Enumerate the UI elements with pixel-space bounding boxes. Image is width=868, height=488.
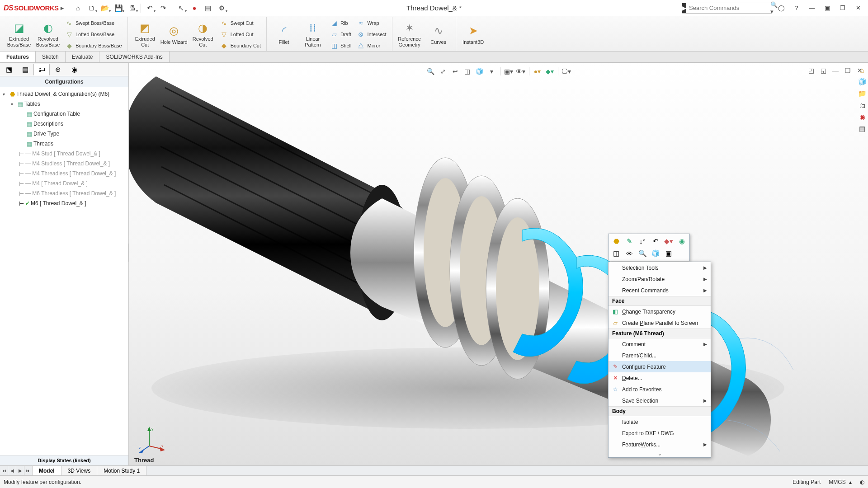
curves-button[interactable]: ∿Curves	[424, 23, 453, 46]
fm-tab-feature-tree[interactable]: ⬔	[1, 64, 17, 75]
menu-isolate[interactable]: Isolate	[609, 416, 711, 427]
bottom-tab-model[interactable]: Model	[33, 466, 61, 475]
lofted-boss-button[interactable]: ▽Lofted Boss/Base	[62, 29, 125, 40]
bottom-tab-3d-views[interactable]: 3D Views	[61, 466, 97, 475]
rebuild-icon[interactable]: ●	[188, 3, 201, 14]
menu-add-favorites[interactable]: ☆Add to Favorites	[609, 384, 711, 395]
revolved-cut-button[interactable]: ◑Revolved Cut	[189, 19, 217, 48]
menu-save-selection[interactable]: Save Selection▶	[609, 395, 711, 406]
tab-addins[interactable]: SOLIDWORKS Add-Ins	[99, 52, 169, 62]
revolved-boss-button[interactable]: ◐Revolved Boss/Base	[33, 19, 62, 48]
tree-descriptions[interactable]: ▦Descriptions	[0, 119, 128, 129]
status-units[interactable]: MMGS ▴	[829, 479, 852, 485]
tree-cfg-m6-threadless[interactable]: ⊢— M6 Threadless [ Thread Dowel_& ]	[0, 188, 128, 198]
extruded-boss-button[interactable]: ◪Extruded Boss/Base	[5, 19, 33, 48]
shell-button[interactable]: ◫Shell	[327, 40, 354, 51]
bottom-tab-motion-study[interactable]: Motion Study 1	[97, 466, 146, 475]
draft-button[interactable]: ▱Draft	[327, 29, 354, 40]
ctx-zoom-selection-icon[interactable]: 🔍	[637, 248, 648, 259]
ctx-body-icon[interactable]: ▣	[663, 248, 675, 259]
hole-wizard-button[interactable]: ◎Hole Wizard	[160, 23, 189, 46]
taskpane-file-explorer-icon[interactable]: 🗂	[857, 100, 867, 111]
menu-create-plane[interactable]: ▱Create Plane Parallel to Screen	[609, 317, 711, 328]
mirror-button[interactable]: ⧋Mirror	[354, 40, 389, 51]
menu-featureworks[interactable]: FeatureWorks...▶	[609, 439, 711, 450]
print-icon[interactable]: 🖶	[126, 3, 138, 14]
tab-nav-last-icon[interactable]: ⏭	[24, 466, 33, 475]
menu-delete[interactable]: ✕Delete...	[609, 372, 711, 384]
ctx-material-icon[interactable]: ◉	[676, 236, 688, 247]
restore-icon[interactable]: ❐	[836, 3, 849, 14]
redo-icon[interactable]: ↷	[157, 3, 170, 14]
undo-icon[interactable]: ↶	[143, 3, 156, 14]
menu-change-transparency[interactable]: ◧Change Transparency	[609, 306, 711, 317]
intersect-button[interactable]: ⊗Intersect	[354, 29, 389, 40]
ctx-rollback-icon[interactable]: ↶	[650, 236, 661, 247]
tab-sketch[interactable]: Sketch	[36, 52, 66, 62]
ctx-edit-feature-icon[interactable]: ⬣	[610, 236, 622, 247]
tree-drive-type[interactable]: ▦Drive Type	[0, 129, 128, 139]
file-props-icon[interactable]: ▤	[202, 3, 214, 14]
ctx-normal-to-icon[interactable]: ◫	[610, 248, 622, 259]
ctx-edit-sketch-icon[interactable]: ✎	[623, 236, 635, 247]
options-icon[interactable]: ⚙	[215, 3, 228, 14]
fm-tab-property[interactable]: ▤	[17, 64, 33, 75]
linear-pattern-button[interactable]: ⁞⁞Linear Pattern	[298, 19, 327, 48]
menu-recent-commands[interactable]: Recent Commands▶	[609, 285, 711, 296]
tree-threads[interactable]: ▦Threads	[0, 139, 128, 149]
tree-tables[interactable]: ▾▦Tables	[0, 99, 128, 109]
search-input[interactable]	[686, 5, 768, 11]
extruded-cut-button[interactable]: ◩Extruded Cut	[131, 19, 160, 48]
select-icon[interactable]: ↖	[175, 3, 187, 14]
tab-nav-next-icon[interactable]: ▶	[16, 466, 24, 475]
menu-export-dxf[interactable]: Export to DXF / DWG	[609, 427, 711, 439]
close-icon[interactable]: ✕	[852, 3, 864, 14]
tree-cfg-m4-stud[interactable]: ⊢— M4 Stud [ Thread Dowel_& ]	[0, 149, 128, 159]
fm-tab-display[interactable]: ◉	[66, 64, 82, 75]
tree-cfg-m4[interactable]: ⊢— M4 [ Thread Dowel_& ]	[0, 178, 128, 188]
swept-cut-button[interactable]: ∿Swept Cut	[217, 18, 264, 28]
taskpane-appearances-icon[interactable]: ▤	[857, 123, 867, 134]
tab-nav-prev-icon[interactable]: ◀	[8, 466, 16, 475]
command-search[interactable]: ▶ 🔍▾	[682, 3, 772, 14]
ctx-suppress-icon[interactable]: ↓°	[637, 236, 648, 247]
taskpane-view-palette-icon[interactable]: ◉	[857, 112, 867, 122]
help-icon[interactable]: ?	[790, 3, 803, 14]
ctx-appearance-icon[interactable]: ◆▾	[663, 236, 675, 247]
menu-zoom-pan-rotate[interactable]: Zoom/Pan/Rotate▶	[609, 273, 711, 285]
ref-geometry-button[interactable]: ✶Reference Geometry	[395, 19, 424, 48]
tab-nav-first-icon[interactable]: ⏮	[0, 466, 8, 475]
taskpane-home-icon[interactable]: ⌂	[857, 65, 867, 75]
swept-boss-button[interactable]: ∿Swept Boss/Base	[62, 18, 125, 28]
ctx-hide-icon[interactable]: 👁	[623, 248, 635, 259]
fillet-button[interactable]: ◜Fillet	[269, 23, 298, 46]
boundary-boss-button[interactable]: ◆Boundary Boss/Base	[62, 40, 125, 51]
tab-features[interactable]: Features	[0, 52, 36, 62]
tree-root[interactable]: ▾⬣Thread Dowel_& Configuration(s) (M6)	[0, 89, 128, 99]
tree-cfg-m6-active[interactable]: ⊢✓M6 [ Thread Dowel_& ]	[0, 198, 128, 208]
tree-config-table[interactable]: ▦Configuration Table	[0, 109, 128, 119]
ctx-isolate-icon[interactable]: 🧊	[650, 248, 661, 259]
rib-button[interactable]: ◢Rib	[327, 18, 354, 28]
taskpane-resources-icon[interactable]: 🧊	[857, 76, 867, 87]
taskpane-design-library-icon[interactable]: 📁	[857, 88, 867, 99]
minimize-icon[interactable]: —	[806, 3, 818, 14]
home-icon[interactable]: ⌂	[71, 3, 84, 14]
tree-cfg-m4-studless[interactable]: ⊢— M4 Studless [ Thread Dowel_& ]	[0, 159, 128, 169]
menu-parent-child[interactable]: Parent/Child...	[609, 350, 711, 361]
menu-selection-tools[interactable]: Selection Tools▶	[609, 262, 711, 273]
view-triad[interactable]: y x z	[138, 426, 165, 453]
save-icon[interactable]: 💾	[112, 3, 125, 14]
tree-cfg-m4-threadless[interactable]: ⊢— M4 Threadless [ Thread Dowel_& ]	[0, 169, 128, 178]
wrap-button[interactable]: ≈Wrap	[354, 18, 389, 28]
status-extra-icon[interactable]: ◐	[860, 479, 864, 485]
lofted-cut-button[interactable]: ▽Lofted Cut	[217, 29, 264, 40]
menu-comment[interactable]: Comment▶	[609, 338, 711, 350]
instant3d-button[interactable]: ➤Instant3D	[459, 23, 488, 46]
tab-evaluate[interactable]: Evaluate	[66, 52, 100, 62]
menu-configure-feature[interactable]: ✎Configure Feature	[609, 361, 711, 372]
fm-tab-dimxpert[interactable]: ⊕	[50, 64, 66, 75]
open-icon[interactable]: 📂	[99, 3, 111, 14]
boundary-cut-button[interactable]: ◆Boundary Cut	[217, 40, 264, 51]
graphics-viewport[interactable]: 🔍 ⤢ ↩ ◫ 🧊 ▾ ▣▾ 👁▾ ●▾ ◆▾ 🖵▾ ◰ ◱ — ❐ ✕	[129, 63, 868, 475]
